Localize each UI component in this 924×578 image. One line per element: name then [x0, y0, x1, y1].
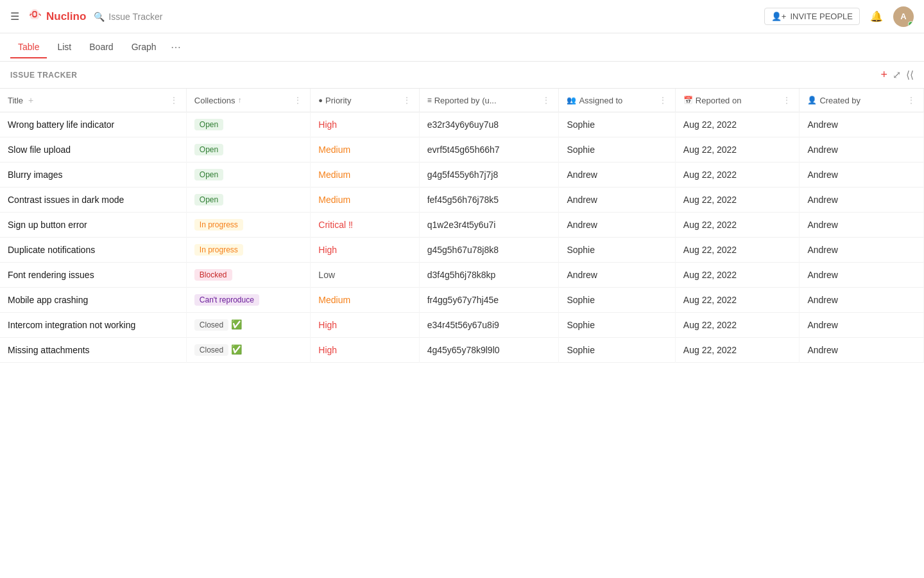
collections-sort-icon[interactable]: ↑: [237, 96, 241, 105]
expand-icon[interactable]: ⤢: [893, 69, 901, 81]
critical-icon: ‼: [348, 220, 353, 230]
assigned-to-cell: Sophie: [559, 288, 675, 313]
issue-title-cell[interactable]: Contrast issues in dark mode: [0, 188, 186, 213]
tracker-title: ISSUE TRACKER: [10, 71, 880, 80]
collection-cell: Open: [186, 162, 311, 188]
assigned-to-label: Assigned to: [579, 96, 622, 105]
created-by-cell: Andrew: [800, 238, 924, 263]
table-row: Font rendering issuesBlockedLowd3f4g5h6j…: [0, 263, 924, 288]
issue-title-cell[interactable]: Wrong battery life indicator: [0, 112, 186, 137]
avatar-initials: A: [900, 12, 906, 21]
reported-by-cell: evrf5t45g65h66h7: [419, 137, 559, 162]
priority-cell: High: [311, 112, 419, 137]
table-row: Mobile app crashingCan't reproduceMedium…: [0, 288, 924, 313]
table-row: Wrong battery life indicatorOpenHighe32r…: [0, 112, 924, 137]
add-title-icon[interactable]: +: [28, 95, 33, 105]
priority-cell: High: [311, 313, 419, 338]
reported-by-cell: 4g45y65y78k9l9l0: [419, 338, 559, 363]
created-by-cell: Andrew: [800, 188, 924, 213]
reported-on-cell: Aug 22, 2022: [675, 137, 800, 162]
issue-title-cell[interactable]: Sign up button error: [0, 213, 186, 238]
priority-cell: High: [311, 238, 419, 263]
assigned-to-cell: Andrew: [559, 188, 675, 213]
avatar[interactable]: A: [893, 6, 914, 27]
collections-col-menu-icon[interactable]: ⋮: [293, 95, 302, 105]
created-by-person-icon: 👤: [807, 96, 817, 105]
invite-icon: 👤+: [771, 12, 787, 21]
collection-cell: Blocked: [186, 263, 311, 288]
reported-on-cell: Aug 22, 2022: [675, 112, 800, 137]
hamburger-icon[interactable]: ☰: [10, 10, 19, 22]
closed-check-icon: ✅: [228, 344, 242, 355]
created-by-cell: Andrew: [800, 137, 924, 162]
collapse-icon[interactable]: ⟨⟨: [906, 69, 914, 81]
tracker-actions: + ⤢ ⟨⟨: [880, 68, 914, 82]
col-header-assigned-to: 👥 Assigned to ⋮: [559, 89, 675, 112]
collection-cell: In progress: [186, 213, 311, 238]
issue-title-cell[interactable]: Intercom integration not working: [0, 313, 186, 338]
created-by-cell: Andrew: [800, 288, 924, 313]
priority-cell: Medium: [311, 162, 419, 188]
reported-by-label: Reported by (u...: [434, 96, 497, 105]
priority-cell: Medium: [311, 288, 419, 313]
priority-dot-icon: ●: [318, 96, 323, 104]
assigned-to-cell: Andrew: [559, 213, 675, 238]
reported-on-cell: Aug 22, 2022: [675, 188, 800, 213]
reported-by-cell: d3f4g5h6j78k8kp: [419, 263, 559, 288]
reported-by-col-menu-icon[interactable]: ⋮: [542, 95, 551, 105]
col-header-title: Title + ⋮: [0, 89, 186, 112]
tab-graph[interactable]: Graph: [124, 37, 164, 58]
issue-title-cell[interactable]: Missing attachments: [0, 338, 186, 363]
created-by-cell: Andrew: [800, 112, 924, 137]
notifications-bell-icon[interactable]: 🔔: [870, 10, 883, 22]
priority-col-menu-icon[interactable]: ⋮: [402, 95, 411, 105]
created-by-col-menu-icon[interactable]: ⋮: [907, 95, 916, 105]
created-by-cell: Andrew: [800, 263, 924, 288]
collection-cell: Open: [186, 188, 311, 213]
reported-on-cell: Aug 22, 2022: [675, 238, 800, 263]
title-col-menu-icon[interactable]: ⋮: [169, 95, 178, 105]
invite-people-button[interactable]: 👤+ INVITE PEOPLE: [764, 8, 860, 25]
page-title: Issue Tracker: [108, 12, 162, 22]
priority-cell: High: [311, 338, 419, 363]
search-bar[interactable]: 🔍 Issue Tracker: [94, 12, 162, 22]
logo-text: Nuclino: [46, 10, 86, 23]
table-row: Intercom integration not workingClosed ✅…: [0, 313, 924, 338]
table-body: Wrong battery life indicatorOpenHighe32r…: [0, 112, 924, 363]
table-row: Contrast issues in dark modeOpenMediumfe…: [0, 188, 924, 213]
table-header-row: Title + ⋮ Collections ↑ ⋮ ● Priority: [0, 89, 924, 112]
view-tabs: Table List Board Graph ⋯: [0, 33, 924, 62]
created-by-cell: Andrew: [800, 313, 924, 338]
col-header-reported-by: ≡ Reported by (u... ⋮: [419, 89, 559, 112]
issue-title-cell[interactable]: Slow file upload: [0, 137, 186, 162]
collection-cell: Closed ✅: [186, 338, 311, 363]
assigned-to-cell: Sophie: [559, 238, 675, 263]
navbar-left: ☰ Nuclino 🔍 Issue Tracker: [10, 7, 757, 26]
table-row: Blurry imagesOpenMediumg4g5f455y6h7j7j8A…: [0, 162, 924, 188]
reported-by-cell: fef45g56h76j78k5: [419, 188, 559, 213]
assigned-to-cell: Andrew: [559, 162, 675, 188]
col-header-reported-on: 📅 Reported on ⋮: [675, 89, 800, 112]
priority-cell: Medium: [311, 188, 419, 213]
reported-on-col-menu-icon[interactable]: ⋮: [782, 95, 791, 105]
issues-table: Title + ⋮ Collections ↑ ⋮ ● Priority: [0, 89, 924, 363]
tab-list[interactable]: List: [49, 37, 79, 58]
issue-title-cell[interactable]: Duplicate notifications: [0, 238, 186, 263]
tab-table[interactable]: Table: [10, 37, 47, 58]
critical-text: Critical: [318, 220, 346, 230]
issue-title-cell[interactable]: Blurry images: [0, 162, 186, 188]
assigned-to-col-menu-icon[interactable]: ⋮: [658, 95, 667, 105]
collection-cell: In progress: [186, 238, 311, 263]
issue-title-cell[interactable]: Mobile app crashing: [0, 288, 186, 313]
assigned-to-cell: Andrew: [559, 263, 675, 288]
issue-title-cell[interactable]: Font rendering issues: [0, 263, 186, 288]
table-row: Sign up button errorIn progressCritical …: [0, 213, 924, 238]
search-icon: 🔍: [94, 12, 105, 22]
reported-on-cell: Aug 22, 2022: [675, 338, 800, 363]
reported-by-cell: e32r34y6y6uy7u8: [419, 112, 559, 137]
add-row-icon[interactable]: +: [880, 68, 887, 82]
invite-label: INVITE PEOPLE: [790, 12, 853, 21]
tab-board[interactable]: Board: [81, 37, 121, 58]
reported-on-label: Reported on: [696, 96, 742, 105]
tab-more-icon[interactable]: ⋯: [167, 36, 185, 58]
